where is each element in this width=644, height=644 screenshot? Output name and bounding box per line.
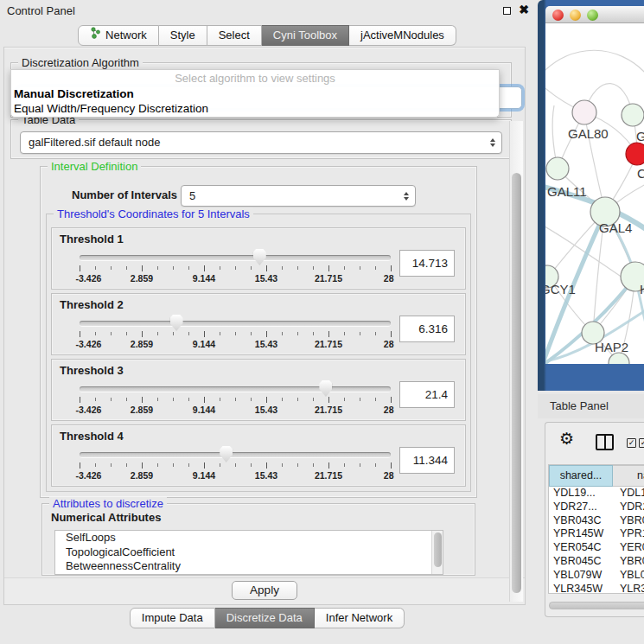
number-of-intervals-combobox[interactable]: 5 [181, 185, 416, 207]
table-row[interactable]: YER054CYER0 [549, 541, 644, 555]
tab-network[interactable]: Network [78, 25, 159, 46]
tab-label: Cyni Toolbox [273, 26, 337, 45]
network-edge[interactable] [545, 50, 644, 75]
slider-thumb[interactable] [170, 315, 183, 331]
numerical-attributes-list[interactable]: SelfLoopsTopologicalCoefficientBetweenne… [54, 530, 443, 575]
tab-infer-network[interactable]: Infer Network [315, 608, 405, 628]
tick-label: 21.715 [315, 405, 342, 415]
group-title: Threshold's Coordinates for 5 Intervals [54, 207, 253, 220]
table-row[interactable]: YBR043CYBR0 [549, 514, 644, 528]
tick-mark [111, 266, 112, 270]
slider-thumb[interactable] [220, 446, 233, 462]
tick-mark [266, 397, 267, 403]
table-row[interactable]: YDL19...YDL1 [549, 487, 644, 501]
tick-mark [328, 462, 329, 469]
checkbox-checked-icon[interactable]: ✓ [627, 438, 636, 448]
tick-label: -3.426 [76, 339, 102, 349]
close-icon[interactable]: ✖ [519, 3, 529, 16]
threshold-value-field[interactable]: 6.316 [399, 316, 455, 342]
checkbox-checked-icon[interactable]: ✓ [639, 438, 644, 448]
column-header-name[interactable]: name [613, 465, 644, 487]
tab-impute-data[interactable]: Impute Data [130, 608, 215, 628]
scrollbar-thumb[interactable] [434, 532, 442, 567]
popup-option-equal-width[interactable]: Equal Width/Frequency Discretization [11, 101, 499, 116]
tick-label: 2.859 [131, 339, 153, 349]
column-header-shared-name[interactable]: shared... [549, 465, 613, 487]
tick-mark [391, 331, 392, 337]
node-label: H [640, 282, 644, 296]
tick-mark [126, 266, 127, 270]
table-header-row: shared... name [549, 465, 644, 487]
tab-jactivemnodules[interactable]: jActiveMNodules [349, 25, 456, 46]
tick-label: 9.144 [193, 470, 215, 481]
slider-track[interactable] [80, 321, 391, 326]
zoom-traffic-light[interactable] [587, 10, 598, 21]
network-node-c[interactable] [626, 143, 644, 165]
table-row[interactable]: YBR045CYBR0 [549, 555, 644, 569]
tick-mark [251, 332, 252, 335]
tick-mark [328, 265, 329, 271]
tick-mark [126, 463, 127, 467]
tick-mark [297, 463, 298, 467]
table-row[interactable]: YBL079WYBL0 [549, 569, 644, 583]
table-data-group: Table Data galFiltered.sif default node [10, 119, 512, 159]
scrollbar-thumb[interactable] [512, 173, 521, 593]
thresholds-group: Threshold's Coordinates for 5 Intervals … [46, 214, 471, 492]
minimize-traffic-light[interactable] [570, 10, 581, 21]
slider-track[interactable] [80, 452, 391, 457]
tick-label: 9.144 [193, 405, 215, 415]
network-node-gal80[interactable] [572, 100, 596, 124]
tick-mark [360, 398, 360, 401]
threshold-value-field[interactable]: 11.344 [399, 447, 455, 474]
threshold-panel: Threshold 2-3.4262.8599.14415.4321.71528… [51, 293, 466, 355]
table-horizontal-scrollbar[interactable] [549, 602, 644, 609]
node-label: C [637, 166, 644, 181]
settings-gear-icon[interactable]: ⚙ [559, 430, 574, 447]
tick-label: 21.715 [315, 273, 342, 284]
tick-mark [344, 398, 345, 401]
table-data-combobox[interactable]: galFiltered.sif default node [20, 131, 502, 154]
slider-thumb[interactable] [319, 380, 332, 397]
table-row[interactable]: YLR345WYLR3 [549, 583, 644, 594]
tab-discretize-data[interactable]: Discretize Data [215, 608, 315, 628]
slider-track[interactable] [80, 386, 391, 392]
network-node-gal11[interactable] [546, 157, 569, 180]
table-toolbar: ⚙ ✓ ✓ [545, 423, 644, 462]
attribute-list-item[interactable]: TopologicalCoefficient [55, 545, 443, 560]
group-title: Attributes to discretize [49, 497, 167, 510]
threshold-panel: Threshold 3-3.4262.8599.14415.4321.71528… [51, 359, 466, 421]
popup-option-manual-discretization[interactable]: Manual Discretization [11, 86, 499, 101]
threshold-value-field[interactable]: 21.4 [399, 381, 455, 408]
tick-mark [204, 331, 205, 337]
tab-select[interactable]: Select [207, 25, 262, 46]
table-panel-title: Table Panel [550, 399, 609, 412]
attribute-list-item[interactable]: BetweennessCentrality [55, 559, 443, 574]
network-window-titlebar[interactable] [545, 6, 644, 23]
split-columns-icon[interactable] [596, 434, 614, 450]
network-node-g[interactable] [622, 104, 644, 126]
tab-cyni-toolbox[interactable]: Cyni Toolbox [262, 25, 349, 46]
network-canvas[interactable]: GAL80GCGAL11GAL4GCY1HHAP2 [545, 23, 644, 364]
table-row[interactable]: YPR145WYPR1 [549, 527, 644, 541]
slider-thumb[interactable] [253, 249, 266, 265]
slider-track[interactable] [80, 255, 391, 260]
tab-label: Infer Network [326, 609, 392, 628]
apply-button[interactable]: Apply [232, 581, 297, 600]
tick-label: -3.426 [76, 470, 102, 481]
tick-mark [344, 463, 345, 467]
float-window-icon[interactable] [503, 7, 511, 15]
attribute-list-item[interactable]: SelfLoops [55, 531, 443, 545]
table-row[interactable]: YDR27...YDR2 [549, 501, 644, 514]
close-traffic-light[interactable] [552, 10, 564, 21]
threshold-label: Threshold 3 [60, 364, 124, 377]
tab-style[interactable]: Style [159, 25, 207, 46]
tick-mark [188, 332, 189, 335]
cell-name: YER0 [613, 541, 644, 555]
control-panel: Control Panel ✖ Network Style Select Cyn… [0, 0, 534, 644]
attributes-scrollbar[interactable] [431, 531, 443, 574]
stepper-arrows-icon [490, 138, 495, 147]
panel-vertical-scrollbar[interactable] [509, 121, 523, 602]
tick-mark [173, 266, 174, 270]
threshold-value-field[interactable]: 14.713 [399, 250, 455, 277]
tick-mark [313, 398, 314, 401]
